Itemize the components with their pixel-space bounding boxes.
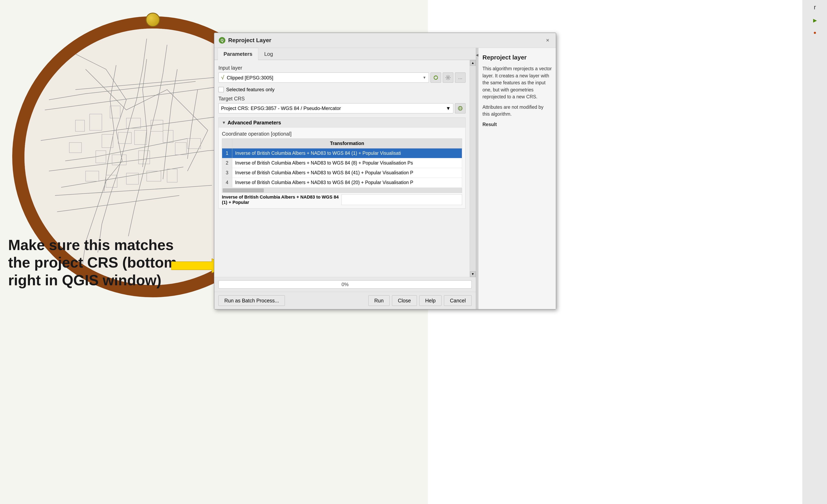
selected-features-label: Selected features only xyxy=(226,87,275,93)
selected-info-text: Inverse of British Columbia Albers + NAD… xyxy=(222,195,341,205)
svg-rect-6 xyxy=(96,151,106,163)
content-area: Input layer √ Clipped [EPSG:3005] ▼ xyxy=(214,60,476,277)
input-layer-refresh-btn[interactable] xyxy=(431,72,441,83)
batch-process-button[interactable]: Run as Batch Process... xyxy=(218,295,285,306)
transformation-table-wrapper: Transformation 1 Inverse of British Colu… xyxy=(222,139,462,193)
progress-bar: 0% xyxy=(218,281,472,289)
table-row[interactable]: 4 Inverse of British Columbia Albers + N… xyxy=(222,178,462,188)
row-transform-1: Inverse of British Columbia Albers + NAD… xyxy=(232,148,462,158)
input-layer-value: √ Clipped [EPSG:3005] xyxy=(221,74,273,81)
crs-select-btn[interactable] xyxy=(455,103,466,113)
row-num-3: 3 xyxy=(222,168,232,178)
progress-area: 0% xyxy=(214,277,476,292)
scroll-arrows: ▲ ▼ xyxy=(470,60,476,277)
collapse-icon: ▼ xyxy=(222,120,226,125)
row-num-1: 1 xyxy=(222,148,232,158)
input-layer-more-btn[interactable]: … xyxy=(455,72,466,83)
dialog-close-button[interactable]: × xyxy=(544,36,552,44)
svg-rect-9 xyxy=(76,120,85,131)
svg-rect-18 xyxy=(175,143,186,155)
progress-label: 0% xyxy=(341,282,349,287)
help-result-label: Result xyxy=(482,121,552,128)
svg-text:Q: Q xyxy=(221,38,224,42)
advanced-parameters-section: ▼ Advanced Parameters Coordinate operati… xyxy=(218,117,466,208)
svg-rect-17 xyxy=(69,143,82,153)
table-scroll-area: Transformation 1 Inverse of British Colu… xyxy=(222,139,462,188)
more-icon: … xyxy=(458,75,463,80)
crs-dropdown-arrow-icon: ▼ xyxy=(446,105,451,111)
table-row[interactable]: 2 Inverse of British Columbia Albers + N… xyxy=(222,158,462,168)
row-transform-3: Inverse of British Columbia Albers + NAD… xyxy=(232,168,462,178)
target-crs-value: Project CRS: EPSG:3857 - WGS 84 / Pseudo… xyxy=(221,105,341,111)
input-layer-settings-btn[interactable] xyxy=(443,72,453,83)
help-panel: Reproject layer This algorithm reproject… xyxy=(478,48,556,309)
svg-rect-4 xyxy=(118,132,132,144)
selected-info-value xyxy=(341,195,462,205)
row-transform-2: Inverse of British Columbia Albers + NAD… xyxy=(232,158,462,168)
advanced-parameters-label: Advanced Parameters xyxy=(228,120,281,125)
svg-rect-5 xyxy=(135,130,147,145)
row-num-4: 4 xyxy=(222,178,232,188)
refresh-icon: ▶ xyxy=(813,17,817,23)
reproject-layer-dialog: Q Reproject Layer × Parameters Log Input… xyxy=(214,33,556,309)
input-layer-group: Input layer √ Clipped [EPSG:3005] ▼ xyxy=(218,65,466,83)
cancel-button[interactable]: Cancel xyxy=(444,295,472,306)
scroll-up-button[interactable]: ▲ xyxy=(470,60,476,66)
row-transform-4: Inverse of British Columbia Albers + NAD… xyxy=(232,178,462,188)
svg-rect-3 xyxy=(102,135,113,148)
table-row[interactable]: 1 Inverse of British Columbia Albers + N… xyxy=(222,148,462,158)
svg-rect-12 xyxy=(86,171,99,181)
tab-log[interactable]: Log xyxy=(258,48,279,60)
svg-rect-16 xyxy=(167,169,177,182)
scroll-down-button[interactable]: ▼ xyxy=(470,271,476,277)
advanced-parameters-header[interactable]: ▼ Advanced Parameters xyxy=(218,118,465,128)
right-toolbar: r ▶ ● xyxy=(802,0,827,504)
vertical-separator: ◀ xyxy=(476,48,478,309)
input-layer-label: Input layer xyxy=(218,65,466,71)
svg-point-24 xyxy=(447,77,449,79)
input-layer-dropdown[interactable]: √ Clipped [EPSG:3005] ▼ xyxy=(218,72,429,83)
tab-parameters[interactable]: Parameters xyxy=(217,48,258,60)
scrollbar-thumb[interactable] xyxy=(223,189,264,192)
toolbar-search[interactable]: r xyxy=(803,0,827,14)
help-paragraph-2: Attributes are not modified by this algo… xyxy=(482,104,552,118)
dialog-qgis-icon: Q xyxy=(218,37,226,44)
help-button[interactable]: Help xyxy=(419,295,441,306)
content-scroll: Input layer √ Clipped [EPSG:3005] ▼ xyxy=(214,60,470,277)
table-header-transformation: Transformation xyxy=(232,139,462,148)
search-icon: r xyxy=(814,3,816,11)
selected-features-row: Selected features only xyxy=(218,87,466,93)
toolbar-btn-2[interactable]: ● xyxy=(803,27,827,39)
dropdown-arrow-icon: ▼ xyxy=(423,75,426,80)
transformation-table: Transformation 1 Inverse of British Colu… xyxy=(222,139,462,188)
close-button[interactable]: Close xyxy=(392,295,417,306)
dialog-title: Reproject Layer xyxy=(228,37,544,44)
svg-rect-10 xyxy=(151,120,163,131)
coord-operation-label: Coordinate operation [optional] xyxy=(222,131,462,137)
target-crs-label: Target CRS xyxy=(218,96,466,102)
table-row[interactable]: 3 Inverse of British Columbia Albers + N… xyxy=(222,168,462,178)
expand-arrow-icon[interactable]: ◀ xyxy=(476,53,479,57)
table-header-num xyxy=(222,139,232,148)
target-crs-dropdown[interactable]: Project CRS: EPSG:3857 - WGS 84 / Pseudo… xyxy=(218,103,453,113)
help-title: Reproject layer xyxy=(482,53,552,62)
check-icon: √ xyxy=(221,74,224,81)
stop-icon: ● xyxy=(813,30,816,36)
row-num-2: 2 xyxy=(222,158,232,168)
svg-rect-0 xyxy=(90,114,102,130)
run-button[interactable]: Run xyxy=(369,295,390,306)
advanced-parameters-content: Coordinate operation [optional] Transfor… xyxy=(218,128,465,208)
target-crs-row: Project CRS: EPSG:3857 - WGS 84 / Pseudo… xyxy=(218,103,466,113)
table-horizontal-scrollbar[interactable] xyxy=(222,188,462,193)
annotation-text: Make sure this matches the project CRS (… xyxy=(8,236,182,289)
toolbar-btn-1[interactable]: ▶ xyxy=(803,14,827,27)
svg-rect-13 xyxy=(106,175,117,187)
dialog-tabs: Parameters Log xyxy=(214,48,476,60)
svg-rect-2 xyxy=(126,118,141,128)
help-paragraph-1: This algorithm reprojects a vector layer… xyxy=(482,65,552,100)
dialog-titlebar: Q Reproject Layer × xyxy=(214,33,556,48)
selected-features-checkbox[interactable] xyxy=(218,87,224,92)
dialog-main-panel: Parameters Log Input layer √ Clipped [EP… xyxy=(214,48,476,309)
input-layer-row: √ Clipped [EPSG:3005] ▼ xyxy=(218,72,466,83)
dialog-bottom-bar: Run as Batch Process... Run Close Help C… xyxy=(214,292,476,309)
